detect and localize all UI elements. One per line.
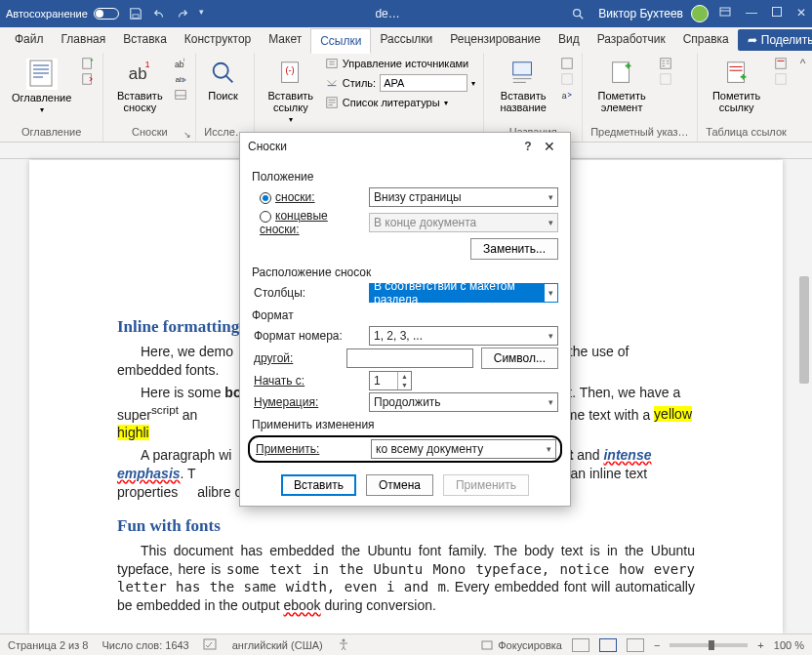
- zoom-slider[interactable]: [670, 643, 748, 647]
- citation-style-select[interactable]: [380, 74, 467, 92]
- update-index-icon[interactable]: [659, 72, 672, 86]
- tab-design[interactable]: Конструктор: [176, 27, 260, 53]
- number-format-label: Формат номера:: [252, 329, 361, 343]
- tab-mailings[interactable]: Рассылки: [371, 27, 441, 53]
- svg-rect-18: [513, 62, 532, 75]
- svg-rect-3: [773, 7, 782, 16]
- tab-layout[interactable]: Макет: [260, 27, 310, 53]
- update-toa-icon[interactable]: [774, 72, 788, 86]
- svg-point-29: [342, 638, 345, 641]
- share-label: Поделиться: [761, 33, 812, 47]
- insert-caption-button[interactable]: Вставить название: [492, 57, 554, 115]
- number-format-select[interactable]: 1, 2, 3, ...▾: [369, 326, 558, 346]
- symbol-button[interactable]: Символ...: [481, 348, 558, 369]
- insert-footnote-button[interactable]: ab1 Вставить сноску: [111, 57, 168, 115]
- add-text-icon[interactable]: [81, 57, 95, 70]
- web-layout-icon[interactable]: [627, 638, 644, 652]
- citation-style-label: Стиль:: [343, 77, 376, 89]
- custom-mark-input[interactable]: [346, 348, 473, 368]
- zoom-out-icon[interactable]: −: [654, 639, 660, 651]
- manage-sources-button[interactable]: Управление источниками: [325, 57, 475, 70]
- endnotes-radio[interactable]: концевые сноски:: [252, 209, 361, 236]
- document-title: de…: [204, 7, 571, 20]
- autosave-toggle[interactable]: Автосохранение: [6, 8, 119, 20]
- svg-rect-25: [727, 62, 744, 83]
- vertical-scrollbar[interactable]: [796, 159, 812, 634]
- scrollbar-thumb[interactable]: [799, 276, 809, 384]
- mark-index-entry-button[interactable]: Пометить элемент: [590, 57, 653, 115]
- insert-endnote-icon[interactable]: abi: [174, 57, 187, 70]
- mark-citation-button[interactable]: Пометить ссылку: [706, 57, 768, 115]
- columns-select[interactable]: В соответствии с макетом раздела▾: [369, 283, 558, 303]
- custom-mark-label: другой:: [252, 351, 339, 365]
- footnote-dialog: Сноски ? ✕ Положение сноски: Внизу стран…: [239, 132, 571, 507]
- read-mode-icon[interactable]: [572, 638, 589, 652]
- print-layout-icon[interactable]: [599, 638, 617, 652]
- ribbon-options-icon[interactable]: [718, 6, 732, 22]
- account-area[interactable]: Виктор Бухтеев: [598, 5, 709, 22]
- toc-button[interactable]: Оглавление ▾: [8, 57, 75, 116]
- chevron-down-icon[interactable]: ▾: [471, 79, 475, 88]
- ribbon-tabs: Файл Главная Вставка Конструктор Макет С…: [0, 27, 812, 53]
- tab-insert[interactable]: Вставка: [114, 27, 176, 53]
- update-toc-icon[interactable]: [81, 72, 95, 86]
- zoom-value[interactable]: 100 %: [774, 639, 804, 651]
- footnotes-radio[interactable]: сноски:: [252, 190, 361, 204]
- start-at-spinner[interactable]: 1▲▼: [369, 371, 412, 390]
- update-tof-icon[interactable]: [560, 72, 574, 86]
- accessibility-icon[interactable]: [337, 637, 350, 653]
- next-footnote-icon[interactable]: ab: [174, 72, 187, 86]
- insert-toa-icon[interactable]: [774, 57, 788, 70]
- minimize-icon[interactable]: —: [746, 6, 757, 22]
- footnote-location-select[interactable]: Внизу страницы▾: [369, 187, 558, 207]
- insert-button[interactable]: Вставить: [281, 474, 356, 496]
- numbering-select[interactable]: Продолжить▾: [369, 392, 558, 412]
- chevron-down-icon: ▾: [289, 115, 293, 124]
- svg-text:ab: ab: [129, 64, 147, 83]
- start-at-label: Начать с:: [252, 374, 361, 388]
- tab-references[interactable]: Ссылки: [310, 28, 371, 54]
- dialog-help-icon[interactable]: ?: [519, 140, 537, 153]
- footnotes-launcher-icon[interactable]: [183, 130, 193, 140]
- autosave-label: Автосохранение: [6, 8, 88, 20]
- zoom-in-icon[interactable]: +: [757, 639, 763, 651]
- tab-developer[interactable]: Разработчик: [589, 27, 674, 53]
- group-footnotes-label: Сноски: [111, 126, 187, 138]
- tab-file[interactable]: Файл: [6, 27, 53, 53]
- insert-citation-button[interactable]: (-) Вставить ссылку ▾: [263, 57, 319, 126]
- tab-help[interactable]: Справка: [674, 27, 738, 53]
- status-language[interactable]: английский (США): [232, 639, 323, 651]
- dialog-close-icon[interactable]: ✕: [537, 139, 562, 154]
- insert-index-icon[interactable]: [659, 57, 672, 70]
- undo-icon[interactable]: [152, 7, 166, 20]
- close-icon[interactable]: ✕: [796, 6, 806, 22]
- focus-mode-button[interactable]: Фокусировка: [480, 638, 562, 652]
- toggle-off-icon[interactable]: [94, 8, 119, 20]
- tab-view[interactable]: Вид: [549, 27, 589, 53]
- apply-button: Применить: [443, 474, 529, 496]
- apply-to-select[interactable]: ко всему документу▾: [371, 439, 556, 459]
- toc-label: Оглавление: [12, 92, 71, 103]
- svg-point-13: [213, 63, 227, 78]
- share-button[interactable]: ➦ Поделиться: [738, 29, 812, 51]
- tab-home[interactable]: Главная: [53, 27, 115, 53]
- cancel-button[interactable]: Отмена: [366, 474, 433, 496]
- dialog-title: Сноски: [248, 140, 287, 153]
- save-icon[interactable]: [129, 7, 142, 20]
- search-icon[interactable]: [571, 7, 585, 20]
- collapse-ribbon-icon[interactable]: ^: [795, 53, 811, 142]
- convert-button[interactable]: Заменить...: [470, 238, 558, 260]
- maximize-icon[interactable]: [771, 6, 783, 22]
- spellcheck-icon[interactable]: [203, 637, 219, 653]
- redo-icon[interactable]: [176, 7, 189, 20]
- radio-checked-icon: [260, 192, 271, 204]
- status-page[interactable]: Страница 2 из 8: [8, 639, 88, 651]
- cross-reference-icon[interactable]: a: [560, 88, 574, 102]
- research-button[interactable]: Поиск: [204, 57, 241, 103]
- bibliography-button[interactable]: Список литературы ▾: [325, 96, 475, 109]
- tab-review[interactable]: Рецензирование: [441, 27, 549, 53]
- insert-tof-icon[interactable]: [560, 57, 574, 70]
- status-word-count[interactable]: Число слов: 1643: [102, 639, 188, 651]
- show-notes-icon[interactable]: [174, 88, 187, 102]
- avatar-icon: [691, 5, 709, 22]
